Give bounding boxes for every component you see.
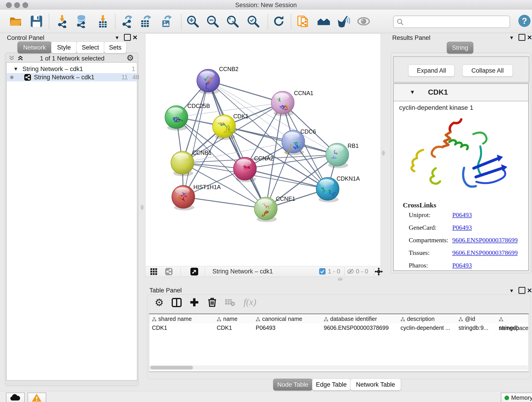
control-panel-maximize-icon[interactable] (124, 34, 131, 41)
results-panel-close-icon[interactable]: ✕ (527, 34, 532, 41)
zoom-fit-icon[interactable] (226, 15, 239, 28)
node-gloss (329, 145, 344, 153)
table-hscrollbar-thumb[interactable] (150, 366, 193, 370)
results-panel-maximize-icon[interactable] (519, 34, 525, 41)
hidden-count: 0 - 0 (356, 268, 368, 275)
table-cell[interactable]: stringdb:9... (458, 324, 496, 332)
node-gloss (168, 108, 183, 115)
expand-all-button[interactable]: Expand All (408, 65, 455, 77)
crosslink-label: Pharos: (409, 262, 428, 269)
pan-crosshair-icon[interactable] (375, 268, 383, 277)
new-network-from-selection-icon[interactable] (297, 15, 310, 28)
table-panel-float-icon[interactable]: ▼ (509, 288, 514, 294)
table-cell[interactable]: 9606.ENSP00000378699 (324, 324, 397, 332)
column-header-databaseidentifier[interactable]: database identifier (321, 314, 401, 323)
network-view-dot-icon (10, 76, 13, 79)
table-cell[interactable]: CDK1 (152, 324, 214, 332)
column-header-id[interactable]: @id (456, 314, 499, 323)
table-panel-maximize-icon[interactable] (519, 287, 525, 294)
network-collection-count: 1 (132, 65, 135, 73)
tab-network-table[interactable]: Network Table (350, 379, 401, 390)
export-image-icon[interactable] (160, 15, 173, 28)
import-table-file-icon[interactable] (96, 15, 109, 28)
string-network-graph[interactable]: CCNB2CCNA1CDC25BCDK1CDC6RB1CCNB1CCNA2CDK… (146, 34, 380, 266)
export-network-icon[interactable] (121, 15, 134, 28)
search-box[interactable] (393, 16, 510, 28)
show-columns-icon[interactable] (172, 298, 182, 308)
splitter-handle[interactable] (382, 151, 385, 156)
control-panel-float-icon[interactable]: ▼ (114, 35, 120, 41)
zoom-selected-icon[interactable] (247, 15, 260, 28)
first-neighbors-icon[interactable] (317, 15, 330, 28)
collapse-all-button[interactable]: Collapse All (462, 65, 513, 77)
results-panel-float-icon[interactable]: ▼ (509, 35, 514, 41)
warning-status-button[interactable] (27, 393, 46, 402)
control-panel-close-icon[interactable]: ✕ (133, 34, 138, 41)
tab-style[interactable]: Style (51, 41, 77, 53)
edge-CCNB2-HIST1H1A[interactable] (183, 81, 208, 197)
zoom-out-icon[interactable] (206, 15, 219, 28)
export-table-icon[interactable] (139, 15, 152, 28)
tab-select[interactable]: Select (76, 41, 104, 53)
search-input[interactable] (405, 17, 507, 26)
tab-network[interactable]: Network (17, 41, 51, 53)
network-view-title: String Network – cdk1 (212, 268, 273, 275)
collapse-all-tree-icon[interactable] (8, 55, 15, 62)
show-all-icon[interactable] (357, 15, 370, 28)
delete-column-icon[interactable] (207, 297, 217, 308)
crosslink-link[interactable]: P06493 (452, 224, 472, 231)
results-buttons-box: Expand All Collapse All (393, 56, 529, 83)
crosslink-link[interactable]: 9606.ENSP00000378699 (452, 236, 518, 244)
tab-string[interactable]: String (447, 42, 473, 54)
table-panel-close-icon[interactable]: ✕ (527, 287, 532, 294)
table-cell[interactable]: P06493 (256, 324, 321, 332)
import-network-database-icon[interactable] (75, 15, 88, 28)
column-header-namespace[interactable]: namespace (496, 314, 529, 323)
table-settings-gear-icon[interactable]: ⚙ (155, 297, 164, 308)
hide-selected-icon[interactable] (337, 15, 350, 28)
column-header-canonicalname[interactable]: canonical name (253, 314, 324, 323)
grid-view-icon[interactable] (150, 268, 157, 276)
table-hscrollbar[interactable] (149, 365, 528, 370)
edge-HIST1H1A-CCNE1[interactable] (183, 197, 266, 209)
crosslink-link[interactable]: P06493 (452, 211, 472, 219)
collapse-gene-icon[interactable]: ▼ (410, 89, 415, 95)
crosslink-link[interactable]: P06493 (452, 262, 472, 269)
import-network-file-icon[interactable] (56, 15, 69, 28)
crosslink-link[interactable]: 9606.ENSP00000378699 (452, 249, 518, 256)
tab-edge-table[interactable]: Edge Table (312, 379, 351, 390)
network-list-icon[interactable] (165, 268, 172, 276)
network-view-canvas[interactable]: CCNB2CCNA1CDC25BCDK1CDC6RB1CCNB1CCNA2CDK… (145, 33, 381, 266)
edge-CDK1-RB1[interactable] (224, 126, 337, 155)
toolbar-separator (181, 14, 181, 29)
cloud-status-button[interactable] (6, 393, 25, 402)
expand-all-tree-icon[interactable] (17, 55, 24, 62)
tab-node-table[interactable]: Node Table (273, 379, 312, 390)
column-header-description[interactable]: description (398, 314, 459, 323)
gene-section-header[interactable]: ▼ CDK1 (394, 84, 528, 101)
save-session-icon[interactable] (30, 15, 43, 28)
warning-icon (32, 393, 42, 402)
network-collection-row[interactable]: ▼ String Network – cdk1 1 (7, 65, 137, 73)
refresh-icon[interactable] (272, 15, 285, 28)
table-cell[interactable]: CDK1 (217, 324, 253, 332)
zoom-in-icon[interactable] (186, 15, 199, 28)
node-gloss (174, 153, 189, 160)
network-options-gear-icon[interactable]: ⚙ (127, 53, 134, 63)
node-table[interactable]: shared nameCDK1nameCDK1canonical nameP06… (149, 313, 529, 372)
splitter-handle[interactable] (141, 205, 144, 210)
open-session-icon[interactable] (9, 15, 22, 28)
network-row-selected[interactable]: String Network – cdk1 11 48 (7, 73, 137, 81)
tab-sets[interactable]: Sets (104, 41, 127, 53)
column-header-sharedname[interactable]: shared name (149, 314, 217, 323)
add-column-icon[interactable] (190, 298, 199, 308)
selected-checkbox-icon[interactable] (319, 268, 326, 275)
help-icon[interactable]: ? (517, 14, 531, 27)
table-cell[interactable]: cyclin-dependent ... (400, 324, 455, 332)
tree-expand-icon[interactable]: ▼ (13, 65, 18, 73)
splitter-handle[interactable] (338, 278, 343, 281)
memory-button[interactable]: Memory (501, 393, 532, 402)
column-header-name[interactable]: name (214, 314, 256, 323)
birdseye-view-icon[interactable] (190, 268, 198, 276)
table-cell[interactable]: stringdb (499, 324, 528, 332)
